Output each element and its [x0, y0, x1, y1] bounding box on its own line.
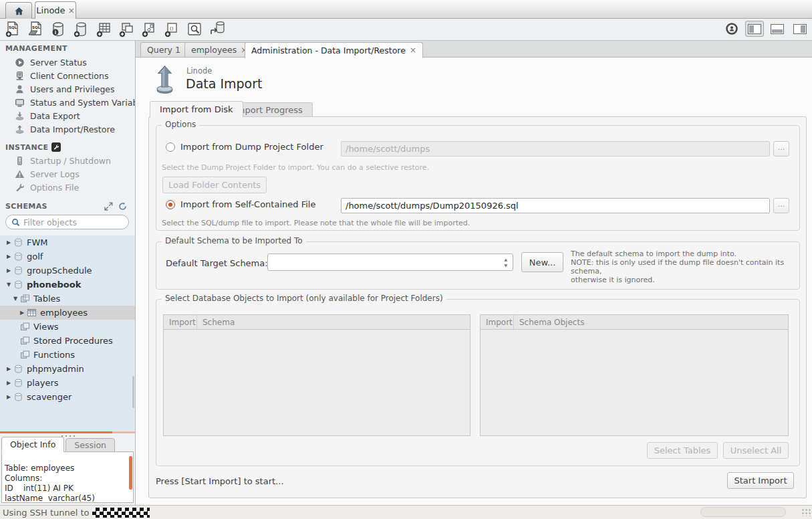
sidebar-item-server-status[interactable]: Server Status — [0, 56, 135, 69]
tree-item-players[interactable]: ▶ players — [0, 376, 135, 390]
expand-schemas-icon[interactable] — [104, 202, 113, 211]
tab-administration-data-import[interactable]: Administration - Data Import/Restore × — [245, 42, 423, 58]
refresh-schemas-icon[interactable] — [118, 202, 127, 211]
page-title: Data Import — [186, 76, 262, 91]
sidebar-item-users-privileges[interactable]: Users and Privileges — [0, 82, 135, 96]
schema-icon — [13, 237, 23, 247]
server-logs-icon — [15, 169, 25, 179]
tree-item-stored-procedures[interactable]: Stored Procedures — [0, 334, 135, 348]
management-section-title: MANAGEMENT — [0, 44, 67, 53]
header-connection-name: Linode — [186, 66, 212, 76]
object-info-scrollbar[interactable] — [129, 456, 132, 490]
toggle-left-sidebar-icon[interactable] — [745, 21, 764, 37]
chevron-right-icon[interactable]: ▶ — [4, 394, 13, 400]
schemas-table[interactable]: Import Schema — [163, 314, 470, 436]
schema-tree-scrollbar[interactable] — [132, 376, 134, 408]
user-circle-icon[interactable] — [722, 21, 741, 37]
tab-import-from-disk[interactable]: Import from Disk — [150, 101, 243, 118]
create-table-icon[interactable] — [95, 20, 112, 39]
self-contained-radio-row[interactable]: Import from Self-Contained File — [166, 199, 315, 209]
tree-item-phpmyadmin[interactable]: ▶ phpmyadmin — [0, 362, 135, 376]
toggle-right-sidebar-icon[interactable] — [791, 21, 809, 37]
toggle-bottom-panel-icon[interactable] — [768, 21, 787, 37]
sidebar-item-startup-shutdown[interactable]: Startup / Shutdown — [0, 154, 135, 167]
create-function-icon[interactable]: () — [163, 20, 180, 39]
chevron-down-icon[interactable]: ▼ — [11, 296, 20, 302]
sidebar-item-options-file[interactable]: Options File — [0, 181, 135, 194]
connection-tab-linode[interactable]: Linode × — [35, 1, 76, 19]
sidebar-item-client-connections[interactable]: Client Connections — [0, 69, 135, 82]
tree-item-fwm[interactable]: ▶ FWM — [0, 235, 135, 249]
chevron-right-icon[interactable]: ▶ — [4, 366, 13, 372]
data-import-page: Linode Data Import Import from Disk Impo… — [136, 58, 812, 505]
create-schema-icon[interactable] — [72, 20, 90, 39]
self-contained-radio[interactable] — [166, 200, 175, 209]
dump-folder-radio-label: Import from Dump Project Folder — [180, 142, 323, 152]
chevron-down-icon[interactable]: ▼ — [4, 282, 13, 288]
object-info-line: ID int(11) AI PK — [5, 484, 74, 493]
tree-item-golf[interactable]: ▶ golf — [0, 249, 135, 264]
schema-icon — [13, 392, 23, 402]
start-import-hint: Press [Start Import] to start... — [156, 476, 284, 486]
tree-item-groupschedule[interactable]: ▶ groupSchedule — [0, 264, 135, 278]
instance-section-title: INSTANCE — [0, 142, 61, 152]
close-icon[interactable]: × — [410, 45, 416, 55]
chevron-right-icon[interactable]: ▶ — [4, 239, 13, 245]
functions-folder-icon — [20, 350, 30, 360]
status-bar: Using SSH tunnel to — [0, 505, 812, 519]
create-procedure-icon[interactable] — [140, 20, 158, 39]
load-folder-contents-button[interactable]: Load Folder Contents — [162, 177, 267, 193]
browse-file-button[interactable]: ... — [773, 198, 789, 213]
dump-folder-path-input[interactable] — [341, 141, 770, 157]
open-sql-file-icon[interactable]: SQL — [27, 20, 44, 39]
client-connections-icon — [15, 71, 25, 81]
tab-object-info[interactable]: Object Info — [1, 437, 64, 452]
chevron-right-icon[interactable]: ▶ — [4, 268, 13, 274]
sidebar-item-data-export[interactable]: Data Export — [0, 109, 135, 122]
schema-filter[interactable] — [5, 215, 129, 229]
sidebar-item-data-import[interactable]: Data Import/Restore — [0, 122, 135, 136]
unselect-all-button[interactable]: Unselect All — [723, 442, 789, 459]
tree-item-views[interactable]: Views — [0, 320, 135, 334]
data-export-icon — [15, 111, 25, 121]
tree-item-scavenger[interactable]: ▶ scavenger — [0, 390, 135, 404]
create-view-icon[interactable] — [118, 20, 135, 39]
status-variables-icon — [15, 98, 25, 108]
home-tab[interactable] — [5, 2, 32, 19]
search-data-icon[interactable] — [186, 20, 203, 39]
chevron-right-icon[interactable]: ▶ — [17, 310, 27, 316]
resize-grip[interactable] — [801, 508, 811, 516]
sidebar-item-server-logs[interactable]: Server Logs — [0, 167, 135, 181]
new-query-tab-icon[interactable]: SQL — [4, 20, 21, 39]
schema-inspector-icon[interactable]: i — [49, 20, 67, 39]
schema-objects-table[interactable]: Import Schema Objects — [480, 314, 789, 436]
schema-icon — [13, 378, 23, 388]
sidebar-splitter-end — [112, 431, 135, 433]
tree-item-functions[interactable]: Functions — [0, 348, 135, 362]
dump-folder-radio-row[interactable]: Import from Dump Project Folder — [166, 142, 323, 152]
dump-folder-helper: Select the Dump Project Folder to import… — [162, 163, 429, 172]
select-tables-button[interactable]: Select Tables — [647, 442, 718, 459]
self-contained-path-input[interactable] — [341, 198, 770, 213]
tree-item-employees[interactable]: ▶ employees — [0, 306, 135, 320]
start-import-button[interactable]: Start Import — [727, 472, 794, 489]
sidebar-splitter[interactable] — [0, 431, 112, 433]
options-groupbox: Options Import from Dump Project Folder … — [156, 125, 800, 231]
schema-objects-table-header: Import Schema Objects — [481, 315, 788, 330]
schema-filter-input[interactable] — [23, 217, 117, 227]
new-schema-button[interactable]: New... — [521, 252, 563, 272]
chevron-right-icon[interactable]: ▶ — [4, 253, 13, 260]
sidebar-item-status-variables[interactable]: Status and System Variables — [0, 96, 135, 109]
tree-item-tables[interactable]: ▼ Tables — [0, 292, 135, 306]
combobox-spinner-icon[interactable]: ▲ ▼ — [504, 256, 507, 268]
chevron-right-icon[interactable]: ▶ — [4, 380, 13, 386]
browse-folder-button[interactable]: ... — [773, 141, 789, 157]
close-icon[interactable]: × — [68, 6, 75, 15]
default-target-schema-combobox[interactable]: ▲ ▼ — [267, 253, 513, 271]
tab-session[interactable]: Session — [65, 438, 115, 452]
reconnect-db-icon[interactable] — [209, 20, 226, 39]
dump-folder-radio[interactable] — [166, 142, 175, 152]
tab-employees[interactable]: employees × — [184, 42, 254, 58]
object-info-tabbar: Object Info Session — [1, 437, 115, 452]
tree-item-phonebook[interactable]: ▼ phonebook — [0, 278, 135, 292]
